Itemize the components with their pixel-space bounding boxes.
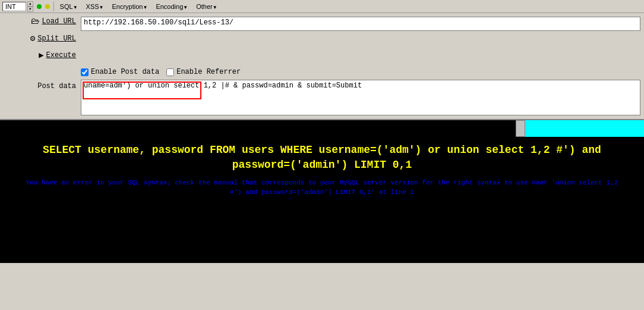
split-url-label[interactable]: Split URL [37, 35, 76, 43]
arrow-up-icon[interactable]: ▲ [27, 1, 33, 7]
int-label: INT [2, 2, 26, 11]
xss-arrow-icon: ▼ [99, 5, 104, 10]
yellow-dot-icon [45, 4, 50, 9]
execute-label[interactable]: Execute [46, 51, 76, 60]
sql-arrow-icon: ▼ [73, 5, 78, 10]
cyan-bar [525, 120, 644, 137]
enable-referrer-text: Enable Referrer [176, 68, 241, 76]
folder-icon: 🗁 [31, 17, 39, 26]
enable-post-data-text: Enable Post data [91, 68, 159, 76]
split-url-row: ⚙ Split URL [0, 32, 644, 49]
encryption-menu[interactable]: Encryption▼ [109, 2, 150, 11]
load-url-label[interactable]: Load URL [42, 17, 76, 26]
enable-post-data-checkbox[interactable] [81, 68, 89, 76]
settings-icon: ⚙ [30, 33, 35, 43]
execute-row: ▶ Execute [0, 49, 644, 65]
url-input-container[interactable] [81, 17, 640, 31]
enable-post-data-label[interactable]: Enable Post data [81, 68, 159, 76]
checkbox-row: Enable Post data Enable Referrer [0, 65, 644, 79]
encoding-menu[interactable]: Encoding▼ [153, 2, 190, 11]
post-data-label: Post data [4, 80, 81, 90]
post-data-row: Post data uname=adm') or union select 1,… [0, 79, 644, 117]
url-input[interactable] [84, 18, 637, 27]
main-container: 🗁 Load URL ⚙ Split URL ▶ Execute [0, 13, 644, 263]
load-url-left: 🗁 Load URL [4, 17, 81, 26]
split-url-left: ⚙ Split URL [4, 33, 81, 43]
split-url-area [81, 33, 640, 48]
load-url-row: 🗁 Load URL [0, 15, 644, 32]
int-arrow[interactable]: ▲ ▼ [27, 1, 33, 12]
toolbar: INT ▲ ▼ SQL▼ XSS▼ Encryption▼ Encoding▼ … [0, 0, 644, 13]
toolbar-divider-1 [53, 2, 54, 11]
sql-menu[interactable]: SQL▼ [58, 2, 80, 11]
xss-menu[interactable]: XSS▼ [84, 2, 106, 11]
top-section: 🗁 Load URL ⚙ Split URL ▶ Execute [0, 13, 644, 120]
sql-query-text: SELECT username, password FROM users WHE… [7, 143, 637, 173]
enable-referrer-checkbox[interactable] [166, 68, 174, 76]
int-selector[interactable]: INT ▲ ▼ [2, 1, 33, 12]
post-data-container[interactable]: uname=adm') or union select 1,2 |# & pas… [81, 80, 640, 115]
sql-error-text: You have an error in your SQL syntax; ch… [7, 179, 637, 197]
execute-area [81, 50, 640, 64]
other-arrow-icon: ▼ [213, 5, 217, 10]
post-data-text: uname=adm') or union select 1,2 |# & pas… [84, 82, 637, 90]
enable-referrer-label[interactable]: Enable Referrer [166, 68, 241, 76]
scrollbar-area [516, 120, 525, 137]
arrow-down-icon[interactable]: ▼ [27, 7, 33, 12]
bottom-section: SELECT username, password FROM users WHE… [0, 120, 644, 263]
execute-left: ▶ Execute [4, 50, 81, 60]
encryption-arrow-icon: ▼ [143, 5, 147, 10]
play-icon: ▶ [39, 50, 43, 60]
other-menu[interactable]: Other▼ [194, 2, 219, 11]
encoding-arrow-icon: ▼ [183, 5, 188, 10]
green-dot-icon [37, 4, 42, 9]
